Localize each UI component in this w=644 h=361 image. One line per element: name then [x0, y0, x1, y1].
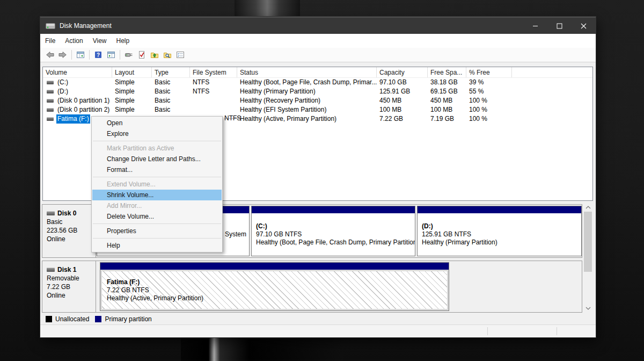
menu-item-delete-volume[interactable]: Delete Volume...: [92, 211, 222, 222]
column-header-layout[interactable]: Layout: [112, 67, 152, 77]
partition-name: (C:): [256, 222, 415, 230]
partition-fatima-selected[interactable]: Fatima (F:) 7.22 GB NTFS Healthy (Active…: [100, 262, 449, 311]
console-device-icon[interactable]: [122, 49, 135, 61]
partition-color-bar: [252, 206, 415, 213]
cell-free: 69.15 GB: [428, 87, 466, 96]
disk-size: 223.56 GB: [47, 226, 96, 235]
menu-file[interactable]: File: [40, 34, 60, 48]
menu-action[interactable]: Action: [60, 34, 87, 48]
column-header-file-system[interactable]: File System: [190, 67, 237, 77]
volume-row-disk0-partition1[interactable]: (Disk 0 partition 1) Simple Basic Health…: [43, 96, 592, 105]
menu-item-explore[interactable]: Explore: [92, 128, 222, 139]
partition-health: Healthy (Primary Partition): [422, 239, 581, 247]
cell-status: Healthy (EFI System Partition): [237, 105, 377, 114]
cell-fs: NTFS: [190, 87, 237, 96]
disk-icon: [47, 268, 55, 272]
cell-capacity: 7.22 GB: [377, 114, 428, 124]
cell-type: Basic: [152, 105, 190, 114]
volume-drive-icon: [47, 117, 54, 121]
cell-pct: 100 %: [466, 96, 512, 105]
toolbar-separator: [120, 50, 120, 60]
column-header-type[interactable]: Type: [152, 67, 190, 77]
partition-text-fragment: System: [225, 230, 246, 239]
volume-name-selected: Fatima (F:): [56, 114, 90, 124]
partition-name: (D:): [422, 222, 581, 230]
volume-row-disk0-partition2[interactable]: (Disk 0 partition 2) Simple Basic Health…: [43, 105, 592, 114]
volume-drive-icon: [47, 81, 54, 84]
menu-separator: [93, 141, 221, 141]
vertical-scrollbar[interactable]: [583, 203, 592, 313]
toolbar-separator: [89, 50, 90, 60]
legend-unallocated-swatch: [46, 316, 52, 322]
partition-health: Healthy (Active, Primary Partition): [107, 294, 449, 302]
disk-kind: Basic: [47, 218, 96, 226]
menu-view[interactable]: View: [88, 34, 112, 48]
column-header-free-space[interactable]: Free Spa...: [428, 67, 466, 77]
disk-0-label[interactable]: Disk 0 Basic 223.56 GB Online: [42, 205, 96, 257]
partition-legend: Unallocated Primary partition: [40, 314, 596, 324]
disk-1-label[interactable]: Disk 1 Removable 7.22 GB Online: [42, 261, 96, 312]
menu-item-change-drive-letter[interactable]: Change Drive Letter and Paths...: [92, 154, 222, 164]
scrollbar-thumb[interactable]: [584, 212, 592, 272]
menu-item-mark-partition: Mark Partition as Active: [92, 143, 222, 154]
cell-status: Healthy (Active, Primary Partition): [237, 114, 377, 124]
column-header-status[interactable]: Status: [237, 67, 377, 77]
legend-primary-partition-label: Primary partition: [105, 315, 151, 323]
volume-row-d[interactable]: (D:) Simple Basic NTFS Healthy (Primary …: [43, 87, 592, 96]
partition-health: Healthy (Boot, Page File, Crash Dump, Pr…: [256, 239, 415, 247]
column-header-capacity[interactable]: Capacity: [377, 67, 428, 77]
maximize-button[interactable]: [547, 18, 572, 34]
file-system-fragment: NTFS: [224, 114, 241, 123]
cell-layout: Simple: [112, 87, 152, 96]
legend-primary-partition-swatch: [95, 316, 101, 322]
title-bar: Disk Management: [40, 18, 596, 34]
column-header-pct-free[interactable]: % Free: [466, 67, 512, 77]
minimize-button[interactable]: [523, 18, 547, 34]
close-button[interactable]: [572, 18, 596, 34]
partition-d[interactable]: (D:) 125.91 GB NTFS Healthy (Primary Par…: [417, 206, 582, 256]
menu-item-properties[interactable]: Properties: [92, 226, 222, 236]
scroll-up-icon[interactable]: [583, 203, 592, 212]
cell-status: Healthy (Primary Partition): [237, 87, 377, 96]
forward-icon[interactable]: [56, 49, 69, 61]
folder-export-icon[interactable]: [148, 49, 161, 61]
menu-item-add-mirror: Add Mirror...: [92, 200, 222, 211]
partition-c[interactable]: (C:) 97.10 GB NTFS Healthy (Boot, Page F…: [251, 206, 415, 256]
status-bar-separator: [487, 327, 488, 335]
menu-item-extend-volume: Extend Volume...: [92, 179, 222, 190]
partition-color-bar: [100, 263, 449, 270]
volume-row-c[interactable]: (C:) Simple Basic NTFS Healthy (Boot, Pa…: [43, 78, 592, 87]
show-action-pane-icon[interactable]: [105, 49, 118, 61]
scroll-down-icon[interactable]: [583, 304, 592, 313]
column-header-volume[interactable]: Volume: [43, 67, 112, 77]
menu-separator: [93, 223, 221, 224]
status-bar: [40, 324, 596, 337]
show-console-tree-icon[interactable]: [74, 49, 87, 61]
menu-separator: [93, 177, 221, 177]
cell-pct: 100 %: [466, 114, 512, 124]
menu-item-help[interactable]: Help: [92, 240, 222, 251]
partition-size: 97.10 GB NTFS: [256, 230, 415, 239]
volume-name: (D:): [56, 87, 69, 96]
background-pole-photo: [235, 0, 300, 17]
folder-find-icon[interactable]: [161, 49, 174, 61]
cell-type: Basic: [152, 78, 190, 87]
menu-item-shrink-volume[interactable]: Shrink Volume...: [92, 190, 222, 200]
settings-list-icon[interactable]: [174, 49, 187, 61]
status-bar-separator: [557, 327, 557, 335]
menu-help[interactable]: Help: [112, 34, 135, 48]
cell-free: 450 MB: [428, 96, 466, 105]
cell-layout: Simple: [112, 78, 152, 87]
menu-item-format[interactable]: Format...: [92, 164, 222, 175]
partition-size: 125.91 GB NTFS: [422, 230, 581, 239]
check-document-icon[interactable]: [135, 49, 148, 61]
back-icon[interactable]: [43, 49, 56, 61]
help-icon[interactable]: ?: [92, 49, 105, 61]
menu-item-open[interactable]: Open: [92, 118, 222, 128]
partition-color-bar: [418, 206, 581, 213]
cell-fs: NTFS: [190, 78, 237, 87]
volume-name: (C:): [56, 78, 69, 87]
cell-fs: [190, 96, 237, 105]
cell-capacity: 450 MB: [377, 96, 428, 105]
volume-drive-icon: [47, 90, 54, 93]
